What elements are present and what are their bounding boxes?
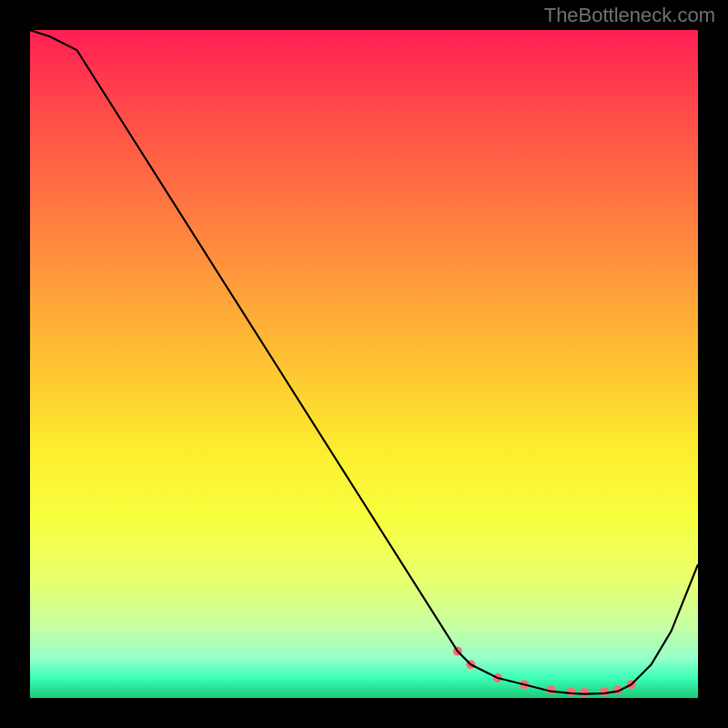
curve-path [30, 30, 698, 694]
data-marker [567, 687, 576, 696]
chart-frame: TheBottleneck.com [0, 0, 728, 728]
data-marker [580, 688, 589, 697]
plot-area [30, 30, 698, 698]
watermark-label: TheBottleneck.com [544, 4, 715, 27]
chart-svg [30, 30, 698, 698]
